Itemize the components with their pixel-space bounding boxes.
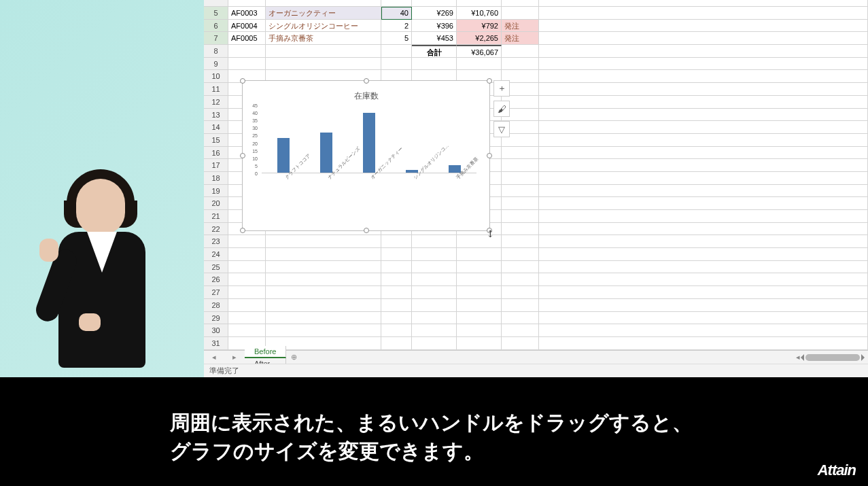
cell[interactable] — [539, 324, 868, 337]
row-header[interactable]: 16 — [204, 147, 228, 160]
cell[interactable] — [266, 312, 381, 325]
cell[interactable] — [457, 0, 502, 7]
chart-bar[interactable] — [277, 138, 290, 173]
cell[interactable]: ¥396 — [412, 20, 457, 33]
tab-nav[interactable]: ◂▸ — [204, 353, 245, 362]
cell[interactable]: 発注 — [502, 32, 539, 45]
cell[interactable] — [412, 324, 457, 337]
row-header[interactable]: 10 — [204, 70, 228, 83]
row-header[interactable]: 15 — [204, 134, 228, 147]
cell[interactable] — [381, 0, 412, 7]
cell[interactable] — [502, 337, 539, 350]
cell[interactable] — [539, 134, 868, 147]
cell[interactable] — [502, 235, 539, 248]
cell[interactable] — [539, 121, 868, 134]
cell[interactable] — [539, 185, 868, 198]
cell[interactable] — [266, 0, 381, 7]
chart-bar[interactable] — [320, 133, 332, 173]
cell[interactable]: AF0004 — [228, 20, 266, 33]
cell[interactable] — [228, 261, 266, 274]
chart-styles-button[interactable]: 🖌 — [493, 101, 510, 117]
cell[interactable] — [228, 312, 266, 325]
cell[interactable]: AF0005 — [228, 32, 266, 45]
row-header[interactable]: 19 — [204, 185, 228, 198]
cell[interactable] — [412, 235, 457, 248]
row-header[interactable]: 6 — [204, 20, 228, 33]
row-header[interactable]: 13 — [204, 109, 228, 122]
cell[interactable] — [412, 312, 457, 325]
cell[interactable] — [502, 210, 539, 223]
cell[interactable]: 発注 — [502, 20, 539, 33]
cell[interactable] — [502, 223, 539, 236]
cell[interactable] — [228, 235, 266, 248]
cell[interactable] — [502, 197, 539, 210]
row-header[interactable]: 8 — [204, 45, 228, 58]
cell[interactable] — [381, 235, 412, 248]
cell[interactable] — [266, 324, 381, 337]
cell[interactable] — [539, 210, 868, 223]
row-header[interactable]: 5 — [204, 7, 228, 20]
chart-handle-bl[interactable] — [240, 228, 245, 233]
cell[interactable] — [539, 299, 868, 312]
worksheet[interactable]: 5678910111213141516171819202122232425262… — [204, 0, 868, 350]
cell[interactable] — [381, 324, 412, 337]
cell[interactable] — [502, 0, 539, 7]
cell[interactable] — [457, 299, 502, 312]
cell[interactable] — [539, 147, 868, 160]
cell[interactable] — [502, 185, 539, 198]
cell[interactable] — [539, 7, 868, 20]
cell[interactable] — [502, 273, 539, 286]
cell[interactable] — [412, 337, 457, 350]
cell[interactable] — [266, 261, 381, 274]
cell[interactable] — [228, 58, 266, 71]
cell[interactable] — [412, 248, 457, 261]
row-header[interactable]: 20 — [204, 197, 228, 210]
cell[interactable] — [539, 261, 868, 274]
chart-object[interactable]: 在庫数 051015202530354045 クラフトココアナチュラルビーンズオ… — [242, 80, 490, 231]
cell[interactable]: 手摘み京番茶 — [266, 32, 381, 45]
cell[interactable] — [502, 7, 539, 20]
cell[interactable] — [381, 273, 412, 286]
cell[interactable] — [539, 197, 868, 210]
chart-title[interactable]: 在庫数 — [243, 90, 489, 102]
sheet-tab[interactable]: Before — [245, 346, 286, 358]
chart-handle-r[interactable] — [487, 153, 492, 158]
cell[interactable]: オーガニックティー — [266, 7, 381, 20]
cell[interactable]: 2 — [381, 20, 412, 33]
cell[interactable] — [457, 235, 502, 248]
cell[interactable] — [381, 312, 412, 325]
cell[interactable] — [412, 58, 457, 71]
cell[interactable] — [412, 273, 457, 286]
row-header[interactable]: 17 — [204, 159, 228, 172]
row-header[interactable]: 26 — [204, 273, 228, 286]
row-header[interactable]: 22 — [204, 223, 228, 236]
row-header[interactable]: 7 — [204, 32, 228, 45]
cell[interactable] — [539, 83, 868, 96]
cell[interactable] — [266, 273, 381, 286]
chart-handle-t[interactable] — [364, 78, 369, 84]
cell[interactable] — [502, 159, 539, 172]
cell[interactable] — [539, 273, 868, 286]
row-header[interactable]: 9 — [204, 58, 228, 71]
horizontal-scrollbar[interactable] — [805, 354, 860, 361]
row-header[interactable]: 25 — [204, 261, 228, 274]
row-header[interactable]: 28 — [204, 299, 228, 312]
row-header[interactable] — [204, 0, 228, 7]
row-header[interactable]: 29 — [204, 312, 228, 325]
cell[interactable]: 5 — [381, 32, 412, 45]
cell[interactable] — [539, 70, 868, 83]
cell[interactable] — [228, 45, 266, 58]
row-header[interactable]: 30 — [204, 324, 228, 337]
cell[interactable] — [412, 286, 457, 299]
cell[interactable]: ¥792 — [457, 20, 502, 33]
cell[interactable] — [539, 235, 868, 248]
cell[interactable] — [539, 20, 868, 33]
cell[interactable] — [502, 312, 539, 325]
cell[interactable] — [502, 45, 539, 58]
cell[interactable] — [412, 261, 457, 274]
chart-handle-b[interactable] — [364, 228, 369, 233]
cell[interactable] — [266, 58, 381, 71]
chart-handle-l[interactable] — [240, 153, 245, 158]
cell[interactable] — [539, 0, 868, 7]
cell[interactable]: 40 — [381, 7, 412, 20]
